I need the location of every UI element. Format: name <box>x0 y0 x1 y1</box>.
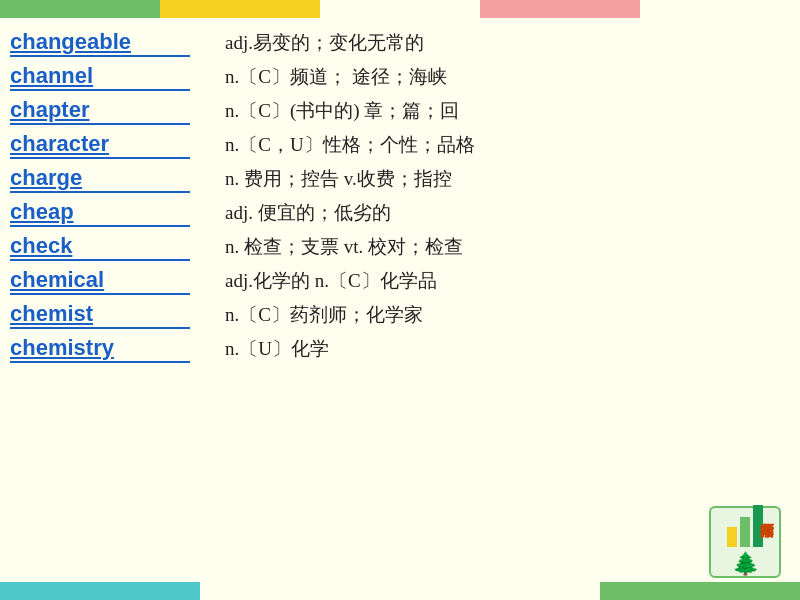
vocab-definition: adj. 便宜的；低劣的 <box>225 199 780 227</box>
table-row: chaptern.〔C〕(书中的) 章；篇；回 <box>10 94 780 128</box>
word-col: character <box>10 131 225 159</box>
vocab-definition: n. 检查；支票 vt. 校对；检查 <box>225 233 780 261</box>
tree-graphic: 🌲 <box>732 551 759 577</box>
bottom-bar-segment-white <box>200 582 600 600</box>
bottom-color-bar <box>0 582 800 600</box>
top-bar-segment-pink <box>480 0 640 18</box>
word-col: chapter <box>10 97 225 125</box>
vocab-definition: n.〔C〕频道； 途径；海峡 <box>225 63 780 91</box>
top-bar-segment-green <box>0 0 160 18</box>
logo-area: 🌲 名师指津 <box>700 488 790 578</box>
vocab-definition: n.〔C〕(书中的) 章；篇；回 <box>225 97 780 125</box>
table-row: chemistryn.〔U〕化学 <box>10 332 780 366</box>
table-row: cheapadj. 便宜的；低劣的 <box>10 196 780 230</box>
vocab-definition: n.〔U〕化学 <box>225 335 780 363</box>
logo-box: 🌲 名师指津 <box>709 506 781 578</box>
word-col: cheap <box>10 199 225 227</box>
table-row: charactern.〔C，U〕性格；个性；品格 <box>10 128 780 162</box>
word-col: charge <box>10 165 225 193</box>
table-row: chargen. 费用；控告 v.收费；指控 <box>10 162 780 196</box>
vocab-word[interactable]: character <box>10 131 190 159</box>
vocab-word[interactable]: cheap <box>10 199 190 227</box>
vocab-definition: n. 费用；控告 v.收费；指控 <box>225 165 780 193</box>
vocab-word[interactable]: chapter <box>10 97 190 125</box>
vocab-definition: adj.化学的 n.〔C〕化学品 <box>225 267 780 295</box>
vocab-word[interactable]: chemical <box>10 267 190 295</box>
word-col: chemist <box>10 301 225 329</box>
vocab-definition: n.〔C，U〕性格；个性；品格 <box>225 131 780 159</box>
vocab-list: changeableadj.易变的；变化无常的channeln.〔C〕频道； 途… <box>0 18 800 374</box>
bar1 <box>727 527 737 547</box>
bottom-bar-segment-green2 <box>600 582 800 600</box>
vocab-word[interactable]: charge <box>10 165 190 193</box>
top-bar-segment-yellow <box>160 0 320 18</box>
word-col: channel <box>10 63 225 91</box>
top-bar-segment-white2 <box>640 0 800 18</box>
top-color-bar <box>0 0 800 18</box>
vocab-definition: adj.易变的；变化无常的 <box>225 29 780 57</box>
vocab-word[interactable]: check <box>10 233 190 261</box>
table-row: chemistn.〔C〕药剂师；化学家 <box>10 298 780 332</box>
word-col: check <box>10 233 225 261</box>
word-col: changeable <box>10 29 225 57</box>
word-col: chemical <box>10 267 225 295</box>
bar3 <box>753 505 763 547</box>
vocab-word[interactable]: chemist <box>10 301 190 329</box>
table-row: chemicaladj.化学的 n.〔C〕化学品 <box>10 264 780 298</box>
bottom-bar-segment-cyan <box>0 582 200 600</box>
vocab-word[interactable]: chemistry <box>10 335 190 363</box>
table-row: changeableadj.易变的；变化无常的 <box>10 26 780 60</box>
word-col: chemistry <box>10 335 225 363</box>
bar2 <box>740 517 750 547</box>
vocab-word[interactable]: changeable <box>10 29 190 57</box>
bars-graphic <box>727 505 763 547</box>
vocab-word[interactable]: channel <box>10 63 190 91</box>
top-bar-segment-white <box>320 0 480 18</box>
vocab-definition: n.〔C〕药剂师；化学家 <box>225 301 780 329</box>
table-row: channeln.〔C〕频道； 途径；海峡 <box>10 60 780 94</box>
table-row: checkn. 检查；支票 vt. 校对；检查 <box>10 230 780 264</box>
